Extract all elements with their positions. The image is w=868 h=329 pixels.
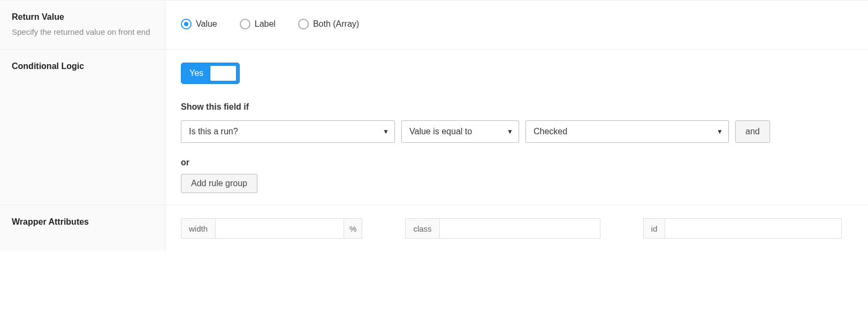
radio-circle-icon [298, 19, 309, 29]
chevron-down-icon: ▼ [717, 128, 723, 135]
radio-circle-icon [181, 19, 192, 29]
radio-both[interactable]: Both (Array) [298, 19, 359, 29]
rule-field-value: Is this a run? [189, 127, 238, 136]
wrapper-inputs-row: width % class id [181, 218, 853, 239]
wrapper-attributes-content: width % class id [166, 205, 868, 250]
class-label: class [405, 218, 439, 239]
conditional-logic-toggle[interactable]: Yes [181, 63, 240, 84]
width-input[interactable] [216, 218, 344, 239]
return-value-desc: Specify the returned value on front end [12, 26, 155, 37]
width-group: width % [181, 218, 362, 239]
radio-value-label: Value [196, 19, 217, 29]
rule-field-select[interactable]: Is this a run? ▼ [181, 120, 395, 143]
and-button[interactable]: and [735, 120, 770, 143]
add-rule-group-button[interactable]: Add rule group [181, 174, 257, 193]
wrapper-attributes-title: Wrapper Attributes [12, 217, 155, 227]
return-value-content: Value Label Both (Array) [166, 1, 868, 49]
return-value-radio-group: Value Label Both (Array) [181, 13, 853, 29]
wrapper-attributes-row: Wrapper Attributes width % class id [0, 205, 868, 250]
conditional-logic-content: Yes Show this field if Is this a run? ▼ … [166, 50, 868, 205]
wrapper-attributes-label-col: Wrapper Attributes [0, 205, 166, 250]
rule-value-select[interactable]: Checked ▼ [526, 120, 729, 143]
id-input[interactable] [665, 218, 842, 239]
radio-value[interactable]: Value [181, 19, 217, 29]
class-input[interactable] [440, 218, 600, 239]
width-label: width [181, 218, 216, 239]
show-if-heading: Show this field if [181, 102, 853, 112]
rule-operator-value: Value is equal to [409, 127, 472, 136]
return-value-row: Return Value Specify the returned value … [0, 0, 868, 50]
return-value-title: Return Value [12, 12, 155, 22]
radio-label-label: Label [255, 19, 276, 29]
rule-operator-select[interactable]: Value is equal to ▼ [401, 120, 519, 143]
radio-label[interactable]: Label [240, 19, 276, 29]
or-label: or [181, 158, 853, 167]
radio-circle-icon [240, 19, 250, 29]
chevron-down-icon: ▼ [507, 128, 513, 135]
class-group: class [405, 218, 600, 239]
toggle-handle [210, 65, 237, 81]
conditional-logic-title: Conditional Logic [12, 62, 155, 71]
id-group: id [643, 218, 842, 239]
return-value-label-col: Return Value Specify the returned value … [0, 1, 166, 49]
rule-value-value: Checked [534, 127, 567, 136]
id-label: id [643, 218, 666, 239]
conditional-logic-label-col: Conditional Logic [0, 50, 166, 205]
radio-both-label: Both (Array) [313, 19, 359, 29]
width-suffix: % [344, 218, 362, 239]
rule-row: Is this a run? ▼ Value is equal to ▼ Che… [181, 120, 853, 143]
chevron-down-icon: ▼ [383, 128, 389, 135]
conditional-logic-row: Conditional Logic Yes Show this field if… [0, 50, 868, 205]
toggle-yes-label: Yes [184, 68, 210, 78]
